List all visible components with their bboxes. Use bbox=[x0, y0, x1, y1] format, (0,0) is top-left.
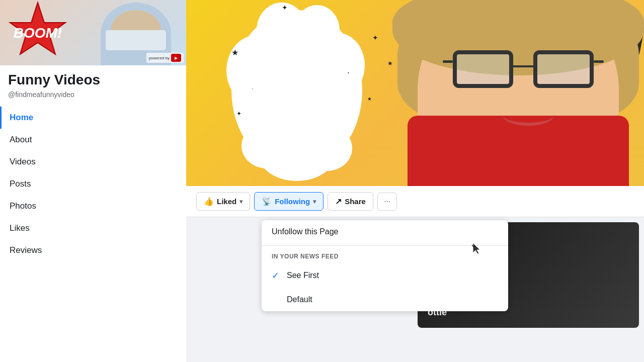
share-label: Share bbox=[345, 197, 366, 206]
cover-image-area: ★ ✦ ✦ ★ · · ✦ ★ FU bbox=[186, 0, 644, 186]
boom-star-icon: BOOM! bbox=[0, 0, 75, 65]
svg-text:BOOM!: BOOM! bbox=[14, 25, 62, 41]
sidebar-item-photos[interactable]: Photos bbox=[0, 195, 186, 217]
liked-label: Liked bbox=[217, 197, 236, 206]
dropdown-divider bbox=[262, 245, 508, 246]
sidebar: BOOM! powered by Funny Videos @findmeafu… bbox=[0, 0, 186, 362]
glasses-icon bbox=[453, 50, 594, 90]
sidebar-nav: Home About Videos Posts Photos Likes Rev… bbox=[0, 103, 186, 261]
news-feed-section-label: IN YOUR NEWS FEED bbox=[262, 248, 508, 263]
sidebar-item-posts[interactable]: Posts bbox=[0, 173, 186, 195]
more-dots-icon: ··· bbox=[384, 197, 390, 206]
share-button[interactable]: ↗ Share bbox=[328, 192, 373, 211]
unfollow-item[interactable]: Unfollow this Page bbox=[262, 220, 508, 243]
sidebar-item-likes[interactable]: Likes bbox=[0, 217, 186, 239]
following-label: Following bbox=[275, 197, 310, 206]
action-bar: 👍 Liked ▾ 📡 Following ▾ ↗ Share ··· Unfo… bbox=[186, 186, 644, 217]
svg-text:·: · bbox=[252, 86, 253, 92]
see-first-label: See First bbox=[287, 271, 319, 280]
svg-text:★: ★ bbox=[231, 48, 238, 57]
sidebar-item-reviews[interactable]: Reviews bbox=[0, 239, 186, 261]
watermark-logo-icon bbox=[171, 54, 181, 62]
liked-chevron-icon: ▾ bbox=[239, 198, 243, 205]
following-dropdown: Unfollow this Page IN YOUR NEWS FEED ✓ S… bbox=[262, 220, 508, 311]
share-icon: ↗ bbox=[335, 197, 342, 206]
following-icon: 📡 bbox=[262, 197, 272, 206]
default-label: Default bbox=[287, 295, 312, 304]
cover-bg: ★ ✦ ✦ ★ · · ✦ ★ FU bbox=[186, 0, 644, 186]
page-title: Funny Videos bbox=[8, 71, 178, 88]
checkmark-icon: ✓ bbox=[272, 270, 282, 281]
more-button[interactable]: ··· bbox=[377, 193, 397, 211]
sidebar-item-home[interactable]: Home bbox=[0, 107, 186, 129]
girl-illustration bbox=[282, 0, 644, 186]
watermark-text: powered by bbox=[149, 56, 170, 60]
nav-list: Home About Videos Posts Photos Likes Rev… bbox=[0, 107, 186, 261]
default-item[interactable]: Default bbox=[262, 288, 508, 311]
following-button[interactable]: 📡 Following ▾ bbox=[254, 192, 324, 211]
main-content: ★ ✦ ✦ ★ · · ✦ ★ FU bbox=[186, 0, 644, 362]
following-chevron-icon: ▾ bbox=[313, 198, 316, 205]
see-first-item[interactable]: ✓ See First bbox=[262, 263, 508, 288]
thumbs-up-icon: 👍 bbox=[204, 197, 214, 206]
liked-button[interactable]: 👍 Liked ▾ bbox=[196, 192, 250, 211]
profile-cover: BOOM! powered by bbox=[0, 0, 186, 65]
sidebar-item-videos[interactable]: Videos bbox=[0, 151, 186, 173]
page-info: Funny Videos @findmeafunnyvideo bbox=[0, 65, 186, 103]
page-handle: @findmeafunnyvideo bbox=[8, 90, 178, 99]
unfollow-label: Unfollow this Page bbox=[272, 227, 339, 236]
svg-text:✦: ✦ bbox=[236, 110, 242, 117]
sidebar-item-about[interactable]: About bbox=[0, 129, 186, 151]
watermark: powered by bbox=[146, 53, 184, 63]
